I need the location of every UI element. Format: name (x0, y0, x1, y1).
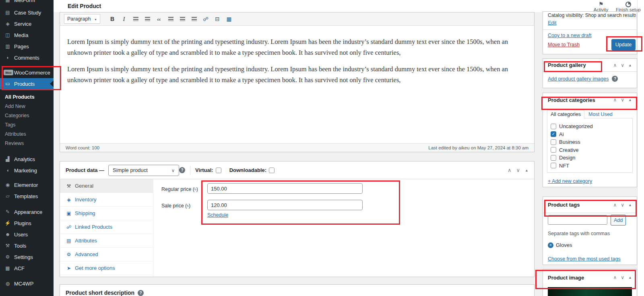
category-checkbox[interactable] (551, 147, 556, 153)
category-checkbox-checked[interactable] (551, 131, 556, 137)
submenu-item-reviews[interactable]: Reviews (0, 139, 54, 148)
tab-advanced[interactable]: ⚙ Advanced (60, 248, 153, 261)
move-down-icon[interactable]: ∨ (621, 275, 624, 280)
edit-catalog-visibility-link[interactable]: Edit (548, 20, 557, 26)
collapse-toggle-icon[interactable]: ▲ (628, 98, 632, 102)
insert-more-tag-button[interactable]: ⊟ (212, 14, 223, 24)
description-paragraph: Lorem Ipsum is simply dummy text of the … (67, 36, 527, 58)
move-down-icon[interactable]: ∨ (516, 167, 520, 173)
category-item-design[interactable]: Design (551, 154, 632, 162)
activity-button[interactable]: ⚑ Activity (590, 0, 612, 12)
sale-price-input[interactable] (207, 200, 363, 210)
sidebar-item-products[interactable]: ▭ Products (0, 78, 54, 89)
collapse-toggle-icon[interactable]: ▲ (525, 168, 528, 172)
help-icon[interactable] (138, 290, 144, 296)
tab-get-more-options[interactable]: ➤ Get more options (60, 261, 153, 275)
regular-price-input[interactable] (207, 183, 363, 194)
product-image-thumbnail[interactable] (548, 287, 632, 296)
copy-to-new-draft-link[interactable]: Copy to a new draft (548, 33, 591, 38)
sidebar-item-tools[interactable]: ⚒ Tools (0, 240, 54, 251)
editor-content-area[interactable]: Lorem Ipsum is simply dummy text of the … (60, 26, 534, 85)
move-up-icon[interactable]: ∧ (613, 62, 617, 68)
move-up-icon[interactable]: ∧ (613, 202, 617, 208)
add-new-category-link[interactable]: + Add new category (548, 178, 592, 184)
sidebar-item-media[interactable]: ◫ Media (0, 29, 54, 41)
move-up-icon[interactable]: ∧ (508, 167, 512, 173)
sidebar-item-metform[interactable]: ▦ MetForm (0, 0, 54, 6)
collapse-toggle-icon[interactable]: ▲ (628, 203, 632, 207)
move-down-icon[interactable]: ∨ (621, 62, 624, 68)
virtual-checkbox[interactable] (216, 168, 221, 173)
sidebar-item-users[interactable]: ☻ Users (0, 229, 54, 240)
sidebar-item-comments[interactable]: ◗ Comments (0, 52, 54, 63)
remove-tag-icon[interactable] (548, 242, 553, 248)
category-checkbox[interactable] (551, 155, 556, 161)
sidebar-item-settings[interactable]: ⚙ Settings (0, 251, 54, 263)
sidebar-item-mc4wp[interactable]: ◍ MC4WP (0, 278, 54, 289)
sidebar-item-appearance[interactable]: ✎ Appearance (0, 206, 54, 217)
submenu-item-all-products[interactable]: All Products (0, 93, 54, 102)
choose-most-used-tags-link[interactable]: Choose from the most used tags (548, 256, 621, 262)
sidebar-item-templates[interactable]: ▱ Templates (0, 190, 54, 202)
tab-attributes[interactable]: ▤ Attributes (60, 234, 153, 248)
category-item-business[interactable]: Business (551, 138, 632, 146)
scrollbar-track[interactable] (637, 0, 644, 296)
help-icon[interactable] (612, 76, 618, 82)
submenu-item-tags[interactable]: Tags (0, 120, 54, 130)
sidebar-item-marketing[interactable]: ◖ Marketing (0, 165, 54, 176)
sidebar-item-plugins[interactable]: ⚡ Plugins (0, 217, 54, 229)
sidebar-item-case-study[interactable]: ▤ Case Study (0, 7, 54, 18)
sidebar-item-elementor[interactable]: ◉ Elementor (0, 179, 54, 190)
help-icon[interactable] (179, 167, 185, 173)
category-item-uncategorized[interactable]: Uncategorized (551, 122, 632, 130)
move-to-trash-link[interactable]: Move to Trash (548, 42, 580, 48)
new-tag-input[interactable] (548, 215, 607, 225)
tab-shipping[interactable]: ▣ Shipping (60, 207, 153, 220)
product-type-select[interactable]: Simple product (108, 165, 179, 176)
add-tag-button[interactable]: Add (611, 215, 626, 226)
sidebar-item-woocommerce[interactable]: Woo WooCommerce (0, 67, 54, 78)
tab-most-used[interactable]: Most Used (584, 110, 617, 118)
blockquote-button[interactable]: “ (154, 14, 164, 24)
category-item-ai[interactable]: Ai (551, 130, 632, 139)
downloadable-checkbox[interactable] (269, 168, 275, 173)
move-up-icon[interactable]: ∧ (613, 275, 617, 280)
product-data-panel: Product data — Simple product Virtual: D… (60, 161, 535, 277)
category-item-creative[interactable]: Creative (551, 146, 632, 154)
sidebar-item-service[interactable]: ◈ Service (0, 18, 54, 29)
insert-link-button[interactable]: ☍ (200, 14, 211, 24)
bold-button[interactable]: B (107, 14, 118, 24)
tab-linked-products[interactable]: ☍ Linked Products (60, 220, 153, 234)
sidebar-item-analytics[interactable]: ▟ Analytics (0, 153, 54, 165)
collapse-toggle-icon[interactable]: ▲ (628, 275, 632, 279)
category-checkbox[interactable] (551, 163, 556, 168)
paragraph-format-select[interactable]: Paragraph (64, 14, 100, 24)
align-left-button[interactable] (165, 14, 176, 24)
bulleted-list-button[interactable] (130, 14, 141, 24)
align-center-button[interactable] (177, 14, 188, 24)
tab-inventory[interactable]: ◈ Inventory (60, 193, 153, 207)
finish-setup-button[interactable]: Finish setup (613, 0, 643, 12)
italic-button[interactable]: I (119, 14, 129, 24)
sidebar-item-pages[interactable]: ▥ Pages (0, 41, 54, 52)
tab-all-categories[interactable]: All categories (547, 110, 584, 119)
numbered-list-button[interactable] (142, 14, 153, 24)
submenu-item-attributes[interactable]: Attributes (0, 130, 54, 139)
category-item-nft[interactable]: NFT (551, 162, 632, 170)
schedule-link[interactable]: Schedule (207, 212, 228, 218)
toolbar-toggle-button[interactable]: ▦ (224, 14, 234, 24)
update-button[interactable]: Update (611, 39, 636, 50)
sidebar-item-label: Products (14, 81, 35, 87)
move-down-icon[interactable]: ∨ (621, 202, 624, 208)
submenu-item-add-new[interactable]: Add New (0, 102, 54, 111)
move-down-icon[interactable]: ∨ (621, 97, 624, 103)
align-right-button[interactable] (189, 14, 199, 24)
submenu-item-categories[interactable]: Categories (0, 111, 54, 120)
tab-general[interactable]: ⚒ General (60, 179, 153, 193)
collapse-toggle-icon[interactable]: ▲ (628, 63, 632, 67)
move-up-icon[interactable]: ∧ (613, 97, 617, 103)
sidebar-item-acf[interactable]: ▩ ACF (0, 263, 54, 274)
add-gallery-images-link[interactable]: Add product gallery images (548, 76, 609, 82)
category-checkbox[interactable] (551, 124, 556, 129)
category-checkbox[interactable] (551, 139, 556, 145)
